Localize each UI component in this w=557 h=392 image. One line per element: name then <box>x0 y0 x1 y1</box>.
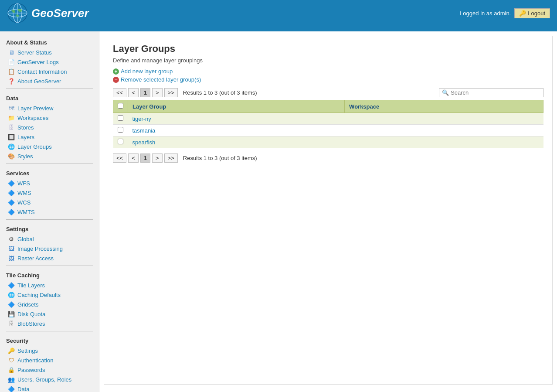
divider-4 <box>6 266 93 266</box>
next-page-btn-bottom[interactable]: > <box>152 153 163 163</box>
sidebar-item-tile-layers[interactable]: 🔷 Tile Layers <box>0 280 99 290</box>
sidebar-item-workspaces[interactable]: 📁 Workspaces <box>0 113 99 123</box>
data-icon: 🔷 <box>8 385 15 392</box>
sidebar-item-image-processing[interactable]: 🖼 Image Processing <box>0 244 99 253</box>
sidebar-item-security-settings[interactable]: 🔑 Settings <box>0 346 99 355</box>
log-icon: 📄 <box>8 58 15 65</box>
sidebar-item-stores[interactable]: 🗄 Stores <box>0 123 99 132</box>
remove-layer-group-link[interactable]: − Remove selected layer group(s) <box>113 76 543 83</box>
row-checkbox-cell <box>113 125 128 136</box>
add-icon: + <box>113 68 119 75</box>
workspace-icon: 📁 <box>8 114 15 121</box>
sidebar-item-raster-access[interactable]: 🖼 Raster Access <box>0 253 99 263</box>
sidebar-section-data: Data <box>0 92 99 103</box>
about-icon: ❓ <box>8 78 15 85</box>
pagination-info-top: Results 1 to 3 (out of 3 items) <box>183 89 257 96</box>
table-body: tiger-nytasmaniaspearfish <box>113 113 543 148</box>
layer-groups-table: Layer Group Workspace tiger-nytasmaniasp… <box>113 100 543 148</box>
blob-icon: 🗄 <box>8 320 15 327</box>
sidebar-item-blobstores[interactable]: 🗄 BlobStores <box>0 319 99 328</box>
sidebar-item-disk-quota[interactable]: 💾 Disk Quota <box>0 309 99 319</box>
wfs-icon: 🔷 <box>8 180 15 187</box>
header-right: Logged in as admin. 🔑 Logout <box>460 8 550 18</box>
caching-icon: 🌐 <box>8 291 15 298</box>
sidebar-section-settings: Settings <box>0 222 99 234</box>
layer-preview-icon: 🗺 <box>8 105 15 112</box>
sidebar-item-server-status[interactable]: 🖥 Server Status <box>0 48 99 57</box>
sidebar-item-authentication[interactable]: 🛡 Authentication <box>0 355 99 365</box>
last-page-btn[interactable]: >> <box>164 88 178 97</box>
row-checkbox-1[interactable] <box>118 127 123 133</box>
select-all-checkbox[interactable] <box>118 103 123 109</box>
tile-icon: 🔷 <box>8 282 15 289</box>
current-page-btn-bottom[interactable]: 1 <box>140 153 150 163</box>
last-page-btn-bottom[interactable]: >> <box>164 153 178 163</box>
sidebar-item-global[interactable]: ⚙ Global <box>0 234 99 244</box>
page-subtitle: Define and manage layer groupings <box>113 57 543 64</box>
layer-group-link-tasmania[interactable]: tasmania <box>132 127 156 134</box>
row-checkbox-cell <box>113 113 128 125</box>
row-layer-group-name: tasmania <box>128 125 345 136</box>
main-content: Layer Groups Define and manage layer gro… <box>99 31 557 392</box>
next-page-btn[interactable]: > <box>152 88 163 97</box>
sidebar-item-wfs[interactable]: 🔷 WFS <box>0 178 99 188</box>
raster-icon: 🖼 <box>8 255 15 262</box>
add-layer-group-link[interactable]: + Add new layer group <box>113 68 543 75</box>
logo-text: GeoServer <box>31 7 89 20</box>
blue-bar <box>0 26 557 31</box>
layer-group-link-spearfish[interactable]: spearfish <box>132 139 156 146</box>
sidebar-item-styles[interactable]: 🎨 Styles <box>0 151 99 161</box>
logged-in-text: Logged in as admin. <box>460 10 511 17</box>
first-page-btn-bottom[interactable]: << <box>113 153 126 163</box>
auth-icon: 🛡 <box>8 357 15 364</box>
sidebar-item-caching-defaults[interactable]: 🌐 Caching Defaults <box>0 290 99 300</box>
table-row: tasmania <box>113 125 543 136</box>
current-page-btn[interactable]: 1 <box>140 88 150 97</box>
divider-2 <box>6 164 93 164</box>
row-checkbox-0[interactable] <box>118 115 123 121</box>
sidebar-section-security: Security <box>0 334 99 346</box>
page-title: Layer Groups <box>113 43 543 55</box>
sidebar-item-users-groups-roles[interactable]: 👥 Users, Groups, Roles <box>0 375 99 384</box>
first-page-btn[interactable]: << <box>113 88 126 97</box>
logout-icon: 🔑 <box>519 10 526 17</box>
sidebar-item-layer-groups[interactable]: 🌐 Layer Groups <box>0 142 99 151</box>
prev-page-btn[interactable]: < <box>128 88 139 97</box>
sidebar-item-layers[interactable]: 🔲 Layers <box>0 132 99 142</box>
search-box[interactable]: 🔍 <box>439 88 543 97</box>
sidebar-item-about-geoserver[interactable]: ❓ About GeoServer <box>0 76 99 86</box>
layer-group-link-tiger-ny[interactable]: tiger-ny <box>132 116 151 122</box>
logo-area[interactable]: GeoServer <box>7 3 89 24</box>
sidebar-item-layer-preview[interactable]: 🗺 Layer Preview <box>0 103 99 113</box>
sidebar-item-contact-info[interactable]: 📋 Contact Information <box>0 67 99 76</box>
col-layer-group[interactable]: Layer Group <box>128 100 345 113</box>
row-layer-group-name: spearfish <box>128 136 345 148</box>
sidebar-item-passwords[interactable]: 🔒 Passwords <box>0 365 99 375</box>
layergroup-icon: 🌐 <box>8 143 15 150</box>
sidebar-section-about: About & Status <box>0 36 99 48</box>
row-checkbox-2[interactable] <box>118 139 123 144</box>
store-icon: 🗄 <box>8 124 15 131</box>
prev-page-btn-bottom[interactable]: < <box>128 153 139 163</box>
wmts-icon: 🔷 <box>8 208 15 215</box>
sidebar-item-wms[interactable]: 🔷 WMS <box>0 188 99 198</box>
sidebar-item-gridsets[interactable]: 🔷 Gridsets <box>0 300 99 309</box>
logout-button[interactable]: 🔑 Logout <box>514 8 550 18</box>
table-row: tiger-ny <box>113 113 543 125</box>
wms-icon: 🔷 <box>8 189 15 196</box>
divider-5 <box>6 331 93 331</box>
row-checkbox-cell <box>113 136 128 148</box>
sidebar-section-tile-caching: Tile Caching <box>0 269 99 280</box>
sidebar-item-geoserver-logs[interactable]: 📄 GeoServer Logs <box>0 57 99 67</box>
search-input[interactable] <box>451 89 540 96</box>
search-icon: 🔍 <box>442 89 449 96</box>
users-icon: 👥 <box>8 376 15 383</box>
sidebar-item-wmts[interactable]: 🔷 WMTS <box>0 207 99 217</box>
sidebar: About & Status 🖥 Server Status 📄 GeoServ… <box>0 31 99 392</box>
passwords-icon: 🔒 <box>8 366 15 373</box>
sidebar-item-security-data[interactable]: 🔷 Data <box>0 384 99 392</box>
wcs-icon: 🔷 <box>8 199 15 206</box>
sidebar-item-wcs[interactable]: 🔷 WCS <box>0 198 99 207</box>
logo-globe-icon <box>7 3 28 24</box>
col-workspace[interactable]: Workspace <box>345 100 543 113</box>
